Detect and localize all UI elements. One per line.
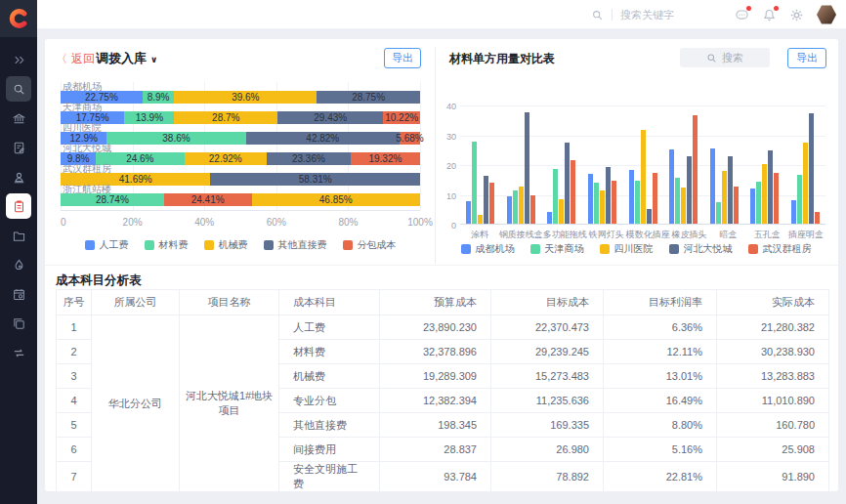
legend-item[interactable]: 天津商场 <box>530 242 584 256</box>
sidebar-item-folder-icon[interactable] <box>6 223 31 248</box>
bar-segment[interactable]: 46.85% <box>252 193 420 206</box>
sidebar-item-bank-icon[interactable] <box>6 105 31 131</box>
bar[interactable] <box>489 183 494 224</box>
bar[interactable] <box>635 181 640 225</box>
bar[interactable] <box>594 183 599 224</box>
bar[interactable] <box>519 187 524 224</box>
bar[interactable] <box>653 173 657 224</box>
segment-value: 24.41% <box>191 194 225 205</box>
sidebar-item-drop-icon[interactable] <box>6 252 31 277</box>
legend-item[interactable]: 成都机场 <box>461 242 515 256</box>
bar[interactable] <box>547 212 552 224</box>
bar-segment[interactable]: 38.6% <box>106 132 245 145</box>
bar[interactable] <box>681 188 686 225</box>
sidebar-item-user-icon[interactable] <box>6 164 31 189</box>
bar-segment[interactable]: 28.75% <box>317 91 420 104</box>
copy-icon <box>12 316 26 331</box>
sidebar-item-search-icon[interactable] <box>6 76 31 102</box>
bar[interactable] <box>722 171 727 224</box>
messages-button[interactable] <box>735 8 749 22</box>
bar[interactable] <box>750 189 755 224</box>
bar[interactable] <box>693 115 698 224</box>
bar[interactable] <box>791 200 796 224</box>
bar[interactable] <box>600 190 605 224</box>
user-avatar[interactable] <box>817 5 836 24</box>
bar[interactable] <box>513 190 518 224</box>
legend-item[interactable]: 其他直接费 <box>264 238 327 252</box>
bar[interactable] <box>530 195 535 224</box>
bar[interactable] <box>756 182 761 224</box>
bar[interactable] <box>565 143 570 224</box>
bar[interactable] <box>734 187 739 224</box>
legend-item[interactable]: 人工费 <box>85 238 129 252</box>
bar[interactable] <box>559 199 564 224</box>
chart-search-input[interactable]: 搜索 <box>680 48 770 67</box>
bar-segment[interactable]: 5.68% <box>400 132 420 145</box>
cell-value: 22,370.473 <box>491 315 604 340</box>
bar[interactable] <box>553 169 558 224</box>
bar[interactable] <box>774 173 779 225</box>
sidebar-item-doc-edit-icon[interactable] <box>6 135 31 160</box>
bar-segment[interactable]: 28.7% <box>174 111 277 124</box>
sidebar-item-clipboard-icon[interactable] <box>6 193 31 219</box>
bar[interactable] <box>815 212 820 224</box>
bar-segment[interactable]: 24.41% <box>164 193 252 206</box>
bar-segment[interactable]: 19.32% <box>351 152 420 165</box>
bar-segment[interactable]: 10.22% <box>383 111 420 124</box>
export-button-right[interactable]: 导出 <box>787 48 826 68</box>
bar[interactable] <box>728 156 733 224</box>
bar[interactable] <box>710 148 715 224</box>
bar[interactable] <box>768 150 773 224</box>
bar-segment[interactable]: 39.6% <box>174 91 317 104</box>
bar[interactable] <box>669 149 674 224</box>
bar[interactable] <box>803 143 808 224</box>
legend-item[interactable]: 分包成本 <box>343 238 397 252</box>
sidebar-item-calendar-gear-icon[interactable] <box>6 281 31 307</box>
bar[interactable] <box>478 215 483 224</box>
bar-segment[interactable]: 8.9% <box>143 91 175 104</box>
bar[interactable] <box>588 174 593 224</box>
cell-value: 15,273.483 <box>491 364 604 389</box>
bar[interactable] <box>629 170 634 224</box>
sidebar-item-copy-icon[interactable] <box>6 311 31 336</box>
bar[interactable] <box>716 202 721 224</box>
bar[interactable] <box>606 167 611 224</box>
legend-item[interactable]: 武汉群租房 <box>748 242 812 256</box>
bar[interactable] <box>797 175 802 224</box>
bar[interactable] <box>762 164 767 224</box>
category-label: 涂料 <box>460 229 499 241</box>
bar[interactable] <box>809 113 814 224</box>
bar[interactable] <box>687 156 692 224</box>
bar-segment[interactable]: 28.74% <box>61 193 164 206</box>
settings-button[interactable] <box>789 8 804 22</box>
back-button[interactable]: 〈 返回 <box>56 51 95 67</box>
export-button-left[interactable]: 导出 <box>384 48 421 68</box>
bar-segment[interactable]: 29.43% <box>277 111 383 124</box>
bar[interactable] <box>675 178 680 224</box>
legend-item[interactable]: 河北大悦城 <box>669 242 733 256</box>
bar[interactable] <box>647 209 652 224</box>
legend-label: 人工费 <box>100 238 129 252</box>
sidebar-item-chevrons-right-icon[interactable] <box>6 47 31 72</box>
legend-item[interactable]: 机械费 <box>204 238 248 252</box>
bar[interactable] <box>466 201 471 224</box>
bar[interactable] <box>525 112 529 224</box>
bar-segment[interactable]: 13.9% <box>124 111 174 124</box>
legend-item[interactable]: 材料费 <box>145 238 189 252</box>
sidebar-item-transfer-icon[interactable] <box>6 340 31 365</box>
notifications-button[interactable] <box>762 8 777 22</box>
app-logo[interactable] <box>0 0 37 37</box>
page-title[interactable]: 调拨入库∨ <box>96 50 157 67</box>
bar[interactable] <box>472 142 477 224</box>
legend-item[interactable]: 四川医院 <box>600 242 654 256</box>
bar-segment[interactable]: 23.36% <box>267 152 351 165</box>
bar-segment[interactable]: 58.31% <box>210 173 420 186</box>
bar[interactable] <box>612 181 616 225</box>
global-search[interactable]: 搜索关键字 <box>591 0 674 29</box>
bar-segment[interactable]: 42.82% <box>246 132 401 145</box>
bar[interactable] <box>484 176 488 224</box>
bar-segment[interactable]: 22.92% <box>185 152 267 165</box>
bar[interactable] <box>571 160 575 224</box>
bar[interactable] <box>507 196 512 224</box>
bar[interactable] <box>641 130 646 224</box>
